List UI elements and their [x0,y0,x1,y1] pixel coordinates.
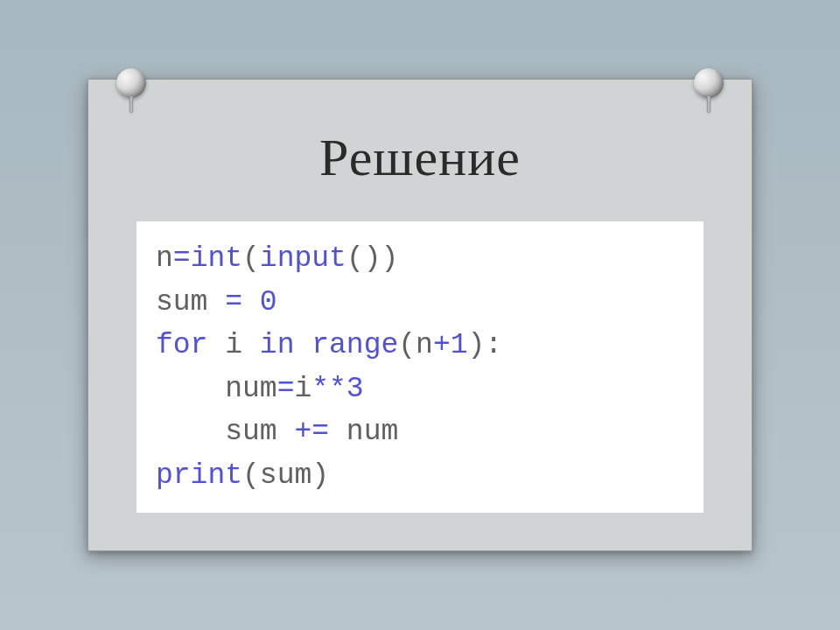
pushpin-icon [110,68,152,110]
code-token: sum [156,416,294,448]
code-token: = [277,373,295,405]
code-token: 1 [451,329,468,361]
code-token: + [433,329,451,361]
code-token: 0 [260,286,277,318]
code-token: num [156,373,277,405]
code-token [242,286,260,318]
code-token: int [191,242,242,275]
code-token: ** [312,373,346,405]
code-token: (sum) [242,459,329,492]
code-token: in [260,329,295,361]
code-token: i [207,329,259,361]
code-token: = [173,242,191,275]
code-token: range [312,329,398,361]
pushpin-icon [688,68,730,110]
code-token: ()) [346,242,398,275]
code-token: num [329,416,398,448]
code-token: n [156,242,173,275]
code-token: (n [398,329,433,361]
slide-title: Решение [136,128,704,188]
code-token: += [294,416,329,448]
slide-container: Решение n=int(input()) sum = 0 for i in … [88,79,752,551]
code-token: ): [468,329,503,361]
code-token: = [225,286,242,318]
code-token: sum [156,286,225,318]
code-token: input [260,242,346,275]
code-block: n=int(input()) sum = 0 for i in range(n+… [136,221,704,513]
code-token: ( [242,242,260,275]
code-token [294,329,312,361]
code-token: for [156,329,207,361]
code-token: i [294,373,312,405]
code-token: print [156,459,242,492]
slide: Решение n=int(input()) sum = 0 for i in … [88,79,752,551]
code-token: 3 [346,373,364,405]
